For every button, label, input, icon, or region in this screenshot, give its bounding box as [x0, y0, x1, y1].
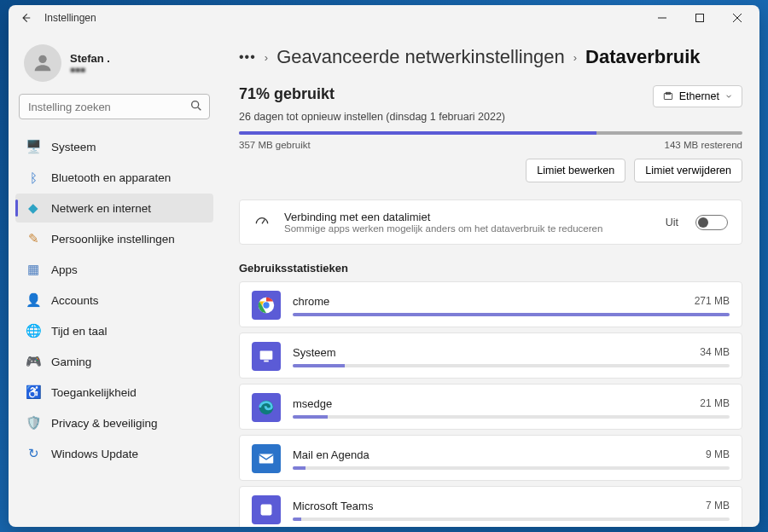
sidebar-item-label: Gaming: [51, 356, 91, 368]
nav-icon: ✎: [26, 231, 41, 246]
search-box: [19, 94, 210, 119]
speedometer-icon: [253, 212, 272, 233]
sidebar-item-tijd-en-taal[interactable]: 🌐Tijd en taal: [15, 316, 213, 345]
app-name: Microsoft Teams: [293, 500, 373, 512]
user-profile[interactable]: Stefan . ■■■: [15, 38, 213, 94]
nav-icon: ᛒ: [26, 170, 41, 185]
app-icon: [252, 291, 281, 320]
app-usage-fill: [293, 364, 345, 367]
svg-rect-13: [264, 361, 269, 362]
sidebar-item-apps[interactable]: ▦Apps: [15, 255, 213, 284]
sidebar-item-bluetooth-en-apparaten[interactable]: ᛒBluetooth en apparaten: [15, 163, 213, 192]
metered-connection-card: Verbinding met een datalimiet Sommige ap…: [239, 200, 742, 245]
close-icon: [733, 14, 742, 22]
breadcrumb-current: Dataverbruik: [585, 46, 701, 68]
sidebar: Stefan . ■■■ 🖥️SysteemᛒBluetooth en appa…: [9, 31, 220, 527]
app-usage-row[interactable]: Microsoft Teams7 MB: [239, 486, 742, 527]
app-name: chrome: [293, 295, 329, 308]
app-icon: [252, 393, 281, 422]
app-data-amount: 34 MB: [700, 346, 730, 358]
app-usage-bar: [293, 518, 730, 521]
svg-rect-1: [696, 14, 704, 22]
svg-point-5: [192, 101, 199, 108]
ethernet-icon: [662, 90, 674, 102]
remove-limit-button[interactable]: Limiet verwijderen: [634, 159, 742, 182]
nav-icon: 👤: [26, 292, 41, 308]
nav-icon: 🎮: [26, 354, 41, 369]
app-data-amount: 271 MB: [695, 295, 730, 307]
app-usage-row[interactable]: msedge21 MB: [239, 384, 742, 430]
toggle-state-label: Uit: [666, 217, 678, 228]
window-title: Instellingen: [44, 12, 643, 24]
chevron-right-icon: ›: [573, 51, 577, 64]
metered-toggle[interactable]: [695, 215, 728, 230]
sidebar-item-persoonlijke-instellingen[interactable]: ✎Persoonlijke instellingen: [15, 224, 213, 253]
app-usage-bar: [293, 313, 730, 316]
edit-limit-button[interactable]: Limiet bewerken: [526, 159, 625, 182]
search-icon: [189, 99, 203, 116]
toggle-knob: [698, 217, 708, 228]
usage-percent-title: 71% gebruikt: [239, 85, 335, 103]
chevron-right-icon: ›: [265, 51, 268, 64]
data-progress-fill: [239, 131, 596, 135]
metered-subtitle: Sommige apps werken mogelijk anders om h…: [284, 223, 654, 234]
app-usage-bar: [293, 466, 730, 470]
app-usage-row[interactable]: chrome271 MB: [239, 281, 742, 327]
svg-line-9: [262, 219, 265, 223]
minimize-icon: [658, 14, 666, 22]
avatar: [24, 44, 61, 82]
back-button[interactable]: [12, 6, 39, 30]
app-data-amount: 9 MB: [706, 448, 730, 460]
sidebar-item-windows-update[interactable]: ↻Windows Update: [15, 439, 213, 468]
person-icon: [31, 51, 55, 75]
breadcrumb-parent[interactable]: Geavanceerde netwerkinstellingen: [276, 46, 565, 68]
sidebar-item-label: Systeem: [51, 141, 96, 153]
data-used-label: 357 MB gebruikt: [239, 140, 311, 150]
nav-icon: ▦: [26, 262, 41, 277]
app-usage-fill: [293, 313, 730, 316]
sidebar-item-label: Bluetooth en apparaten: [51, 171, 171, 184]
app-usage-bar: [293, 415, 730, 419]
data-progress-bar: [239, 131, 742, 135]
svg-point-11: [263, 302, 269, 308]
sidebar-item-privacy-beveiliging[interactable]: 🛡️Privacy & beveiliging: [15, 408, 213, 437]
app-usage-row[interactable]: Systeem34 MB: [239, 332, 742, 379]
sidebar-item-toegankelijkheid[interactable]: ♿Toegankelijkheid: [15, 378, 213, 407]
sidebar-item-label: Privacy & beveiliging: [51, 417, 158, 430]
sidebar-item-accounts[interactable]: 👤Accounts: [15, 286, 213, 315]
stats-list: chrome271 MBSysteem34 MBmsedge21 MBMail …: [239, 281, 742, 527]
network-selector-button[interactable]: Ethernet: [653, 85, 742, 107]
svg-rect-12: [260, 351, 273, 360]
user-name: Stefan .: [70, 52, 110, 65]
sidebar-item-label: Apps: [51, 263, 78, 276]
sidebar-item-label: Windows Update: [51, 448, 138, 460]
app-data-amount: 21 MB: [700, 397, 730, 409]
search-input[interactable]: [19, 94, 210, 119]
titlebar: Instellingen: [9, 5, 759, 31]
nav-icon: ↻: [26, 446, 41, 461]
maximize-button[interactable]: [681, 6, 719, 30]
app-icon: [252, 495, 281, 524]
app-name: Mail en Agenda: [293, 448, 369, 461]
sidebar-item-label: Persoonlijke instellingen: [51, 233, 175, 246]
minimize-button[interactable]: [643, 6, 681, 30]
nav-icon: 🖥️: [26, 139, 41, 154]
maximize-icon: [695, 14, 704, 22]
app-usage-row[interactable]: Mail en Agenda9 MB: [239, 435, 742, 481]
user-email: ■■■: [70, 65, 110, 74]
app-usage-fill: [293, 518, 301, 521]
sidebar-item-label: Tijd en taal: [51, 325, 108, 338]
sidebar-item-gaming[interactable]: 🎮Gaming: [15, 347, 213, 376]
app-usage-fill: [293, 415, 328, 419]
svg-rect-16: [261, 505, 272, 516]
breadcrumb-more[interactable]: •••: [239, 49, 256, 65]
app-name: msedge: [293, 397, 332, 410]
sidebar-item-netwerk-en-internet[interactable]: ◆Netwerk en internet: [15, 194, 213, 223]
svg-point-4: [38, 55, 46, 63]
close-button[interactable]: [719, 6, 756, 30]
nav-icon: ♿: [26, 385, 41, 400]
settings-window: Instellingen Stefan . ■■■: [9, 5, 759, 527]
chevron-down-icon: [724, 92, 733, 101]
sidebar-item-systeem[interactable]: 🖥️Systeem: [15, 132, 213, 161]
app-usage-bar: [293, 364, 730, 367]
